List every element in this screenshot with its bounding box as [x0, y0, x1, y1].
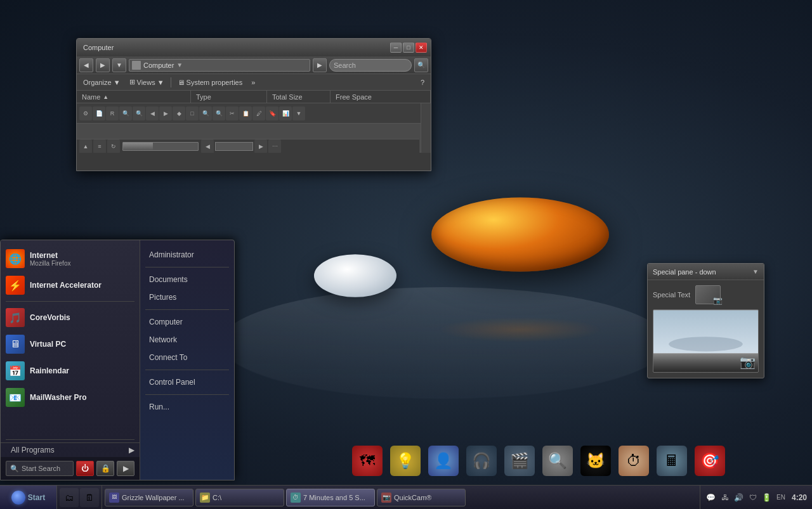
- start-right-connect[interactable]: Connect To: [145, 349, 229, 366]
- forward-button[interactable]: ▶: [96, 58, 110, 72]
- views-button[interactable]: ⊞ Views ▼: [127, 76, 167, 89]
- start-right-computer[interactable]: Computer: [145, 314, 229, 330]
- start-item-accelerator[interactable]: ⚡ Internet Accelerator: [1, 272, 140, 299]
- special-pane: Special pane - down ▼ Special Text: [647, 263, 764, 378]
- dock-icon-5[interactable]: 🎬: [504, 446, 535, 476]
- accelerator-name: Internet Accelerator: [30, 281, 102, 290]
- tb-icon-17[interactable]: ▼: [292, 106, 305, 120]
- task-grizzle[interactable]: 🖼 Grizzle Wallpaper ...: [105, 489, 193, 506]
- rainlendar-name: Rainlendar: [30, 366, 69, 375]
- search-button[interactable]: 🔍: [414, 58, 428, 72]
- task-7minutes[interactable]: ⏱ 7 Minutes and 5 S...: [286, 489, 375, 506]
- tb-icon-3[interactable]: R: [106, 106, 119, 120]
- start-button[interactable]: Start: [0, 486, 57, 510]
- nav-up-btn[interactable]: ▲: [79, 139, 92, 153]
- power-button[interactable]: ⏻: [76, 461, 94, 476]
- tb-icon-10[interactable]: 🔍: [199, 106, 212, 120]
- start-item-mailwasher[interactable]: 📧 MailWasher Pro: [1, 384, 140, 411]
- tb-icon-13[interactable]: 📋: [239, 106, 252, 120]
- dock-icon-10[interactable]: 🎯: [695, 446, 725, 476]
- start-right-network[interactable]: Network: [145, 332, 229, 348]
- tb-icon-11[interactable]: 🔍: [213, 106, 225, 120]
- tb-icon-1[interactable]: ⚙: [79, 106, 92, 120]
- tray-power-icon[interactable]: 🔋: [761, 492, 773, 503]
- start-search-box[interactable]: 🔍 Start Search: [6, 461, 74, 476]
- dock-icon-8[interactable]: ⏱: [619, 446, 649, 476]
- task-explorer[interactable]: 📁 C:\: [195, 489, 284, 506]
- start-item-internet[interactable]: 🌐 Internet Mozilla Firefox: [1, 245, 140, 272]
- dock-icon-6[interactable]: 🔍: [542, 446, 573, 476]
- system-properties-button[interactable]: 🖥 System properties: [175, 76, 246, 89]
- tb-icon-12[interactable]: ✂: [226, 106, 239, 120]
- nav-mid-btn[interactable]: ≡: [93, 139, 106, 153]
- tb-icon-7[interactable]: ▶: [159, 106, 172, 120]
- titlebar: Computer ─ □ ✕: [77, 39, 431, 56]
- system-tray: 💬 🖧 🔊 🛡 🔋 EN 4:20: [700, 486, 812, 510]
- quick-show-desktop[interactable]: 🗂: [60, 488, 79, 507]
- tray-lang-icon[interactable]: EN: [775, 492, 787, 503]
- scroll-right-btn[interactable]: ▶: [254, 139, 267, 153]
- camera-icon: 📷: [740, 354, 756, 370]
- go-button[interactable]: ▶: [313, 58, 327, 72]
- close-button[interactable]: ✕: [416, 42, 427, 53]
- dock-icon-4[interactable]: 🎧: [466, 446, 497, 476]
- vertical-scrollbar[interactable]: [421, 103, 431, 153]
- start-right-pictures[interactable]: Pictures: [145, 289, 229, 306]
- col-name[interactable]: Name ▲: [77, 91, 191, 103]
- address-dropdown[interactable]: ▼: [176, 61, 183, 68]
- tb-icon-2[interactable]: 📄: [93, 106, 105, 120]
- col-free-space[interactable]: Free Space: [331, 91, 431, 103]
- lock-button[interactable]: 🔒: [96, 461, 114, 476]
- scroll-left-btn[interactable]: ◀: [201, 139, 214, 153]
- tb-icon-5[interactable]: 🔍: [133, 106, 145, 120]
- tb-icon-8[interactable]: ◆: [173, 106, 185, 120]
- scrollbar-thumb[interactable]: [215, 142, 253, 151]
- shutdown-arrow-button[interactable]: ▶: [117, 461, 134, 476]
- start-right-administrator[interactable]: Administrator: [145, 247, 229, 263]
- organize-button[interactable]: Organize ▼: [81, 76, 123, 89]
- tb-icon-15[interactable]: 🔖: [266, 106, 278, 120]
- quick-calendar[interactable]: 🗓: [80, 488, 99, 507]
- start-right-controlpanel[interactable]: Control Panel: [145, 374, 229, 390]
- tray-notify-icon[interactable]: 💬: [705, 492, 717, 503]
- tb-icon-9[interactable]: □: [186, 106, 199, 120]
- tray-network-icon[interactable]: 🖧: [719, 492, 731, 503]
- start-item-virtualpc[interactable]: 🖥 Virtual PC: [1, 331, 140, 358]
- col-total-size[interactable]: Total Size: [267, 91, 331, 103]
- dock-icon-2[interactable]: 💡: [390, 446, 421, 476]
- nav-refresh-btn[interactable]: ↻: [107, 139, 120, 153]
- dock-icon-9[interactable]: 🖩: [657, 446, 687, 476]
- progress-bar: [122, 142, 199, 151]
- minimize-button[interactable]: ─: [390, 42, 402, 53]
- tb-icon-6[interactable]: ◀: [146, 106, 159, 120]
- help-button[interactable]: ?: [418, 76, 427, 89]
- more-btn[interactable]: ⋯: [268, 139, 281, 153]
- maximize-button[interactable]: □: [403, 42, 414, 53]
- tb-icon-16[interactable]: 📊: [279, 106, 292, 120]
- tb-icon-4[interactable]: 🔍: [119, 106, 132, 120]
- more-button[interactable]: »: [249, 76, 258, 89]
- start-item-rainlendar[interactable]: 📅 Rainlendar: [1, 358, 140, 384]
- special-preview-large[interactable]: 📷: [653, 309, 759, 373]
- start-menu-left: 🌐 Internet Mozilla Firefox ⚡ Internet Ac…: [1, 240, 140, 480]
- start-item-corevorbis[interactable]: 🎵 CoreVorbis: [1, 304, 140, 331]
- tray-volume-icon[interactable]: 🔊: [733, 492, 745, 503]
- address-bar[interactable]: Computer ▼: [129, 59, 310, 72]
- dock-icon-7[interactable]: 🐱: [580, 446, 611, 476]
- pinned-programs: 🌐 Internet Mozilla Firefox ⚡ Internet Ac…: [1, 240, 140, 437]
- dock-icon-1[interactable]: 🗺: [352, 446, 383, 476]
- down-button[interactable]: ▼: [112, 58, 126, 72]
- col-type[interactable]: Type: [191, 91, 267, 103]
- task-quickcam[interactable]: 📷 QuickCam®: [377, 489, 466, 506]
- search-text: Start Search: [22, 465, 60, 472]
- start-right-documents[interactable]: Documents: [145, 271, 229, 288]
- start-right-run[interactable]: Run...: [145, 399, 229, 415]
- special-pane-dropdown[interactable]: ▼: [752, 268, 759, 275]
- search-box[interactable]: Search: [329, 59, 412, 72]
- tb-icon-14[interactable]: 🖊: [252, 106, 265, 120]
- special-preview-small[interactable]: [695, 285, 721, 304]
- dock-icon-3[interactable]: 👤: [428, 446, 459, 476]
- all-programs-button[interactable]: All Programs ▶: [1, 442, 140, 457]
- back-button[interactable]: ◀: [79, 58, 93, 72]
- tray-security-icon[interactable]: 🛡: [747, 492, 759, 503]
